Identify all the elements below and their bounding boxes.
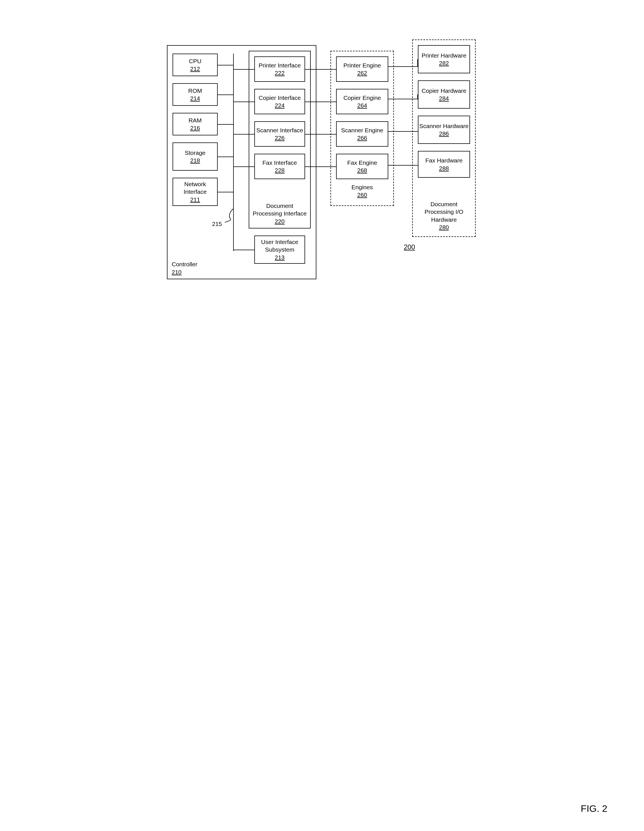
copier-hw-box: Copier Hardware 284	[418, 80, 470, 108]
ram-ref: 216	[190, 124, 200, 132]
figure-label: FIG. 2	[581, 803, 607, 814]
printer-hw-label: Printer Hardware	[421, 52, 466, 59]
dpi-group-label: Document Processing Interface	[249, 202, 310, 218]
controller-ref: 210	[172, 269, 181, 275]
scanner-if-label: Scanner Interface	[256, 126, 303, 134]
scanner-engine-box: Scanner Engine 266	[336, 121, 388, 146]
rom-ref: 214	[190, 94, 200, 102]
conn	[388, 165, 418, 166]
printer-engine-label: Printer Engine	[343, 62, 381, 69]
bus-curve	[225, 209, 242, 223]
conn	[388, 131, 418, 132]
netif-box: Network Interface 211	[173, 178, 218, 206]
conn	[233, 134, 249, 135]
scanner-engine-label: Scanner Engine	[341, 126, 383, 134]
conn	[417, 59, 418, 67]
conn	[218, 94, 233, 95]
printer-if-ref: 222	[275, 69, 285, 77]
fax-engine-label: Fax Engine	[347, 159, 377, 166]
ui-subsystem-ref: 213	[275, 253, 285, 261]
conn	[249, 134, 254, 135]
conn	[249, 69, 254, 70]
printer-engine-ref: 262	[357, 69, 367, 77]
copier-if-ref: 224	[275, 102, 285, 109]
copier-engine-box: Copier Engine 264	[336, 89, 388, 114]
copier-engine-ref: 264	[357, 102, 367, 109]
dpi-group-ref: 220	[275, 218, 285, 225]
conn	[233, 250, 254, 250]
block-diagram: Controller 210 CPU 212 ROM 214 RAM 216 S…	[167, 40, 477, 293]
cpu-box: CPU 212	[173, 54, 218, 76]
scanner-hw-box: Scanner Hardware 286	[418, 116, 470, 144]
netif-label: Network Interface	[173, 180, 217, 196]
copier-if-box: Copier Interface 224	[254, 89, 305, 114]
conn	[249, 166, 254, 167]
ui-subsystem-box: User Interface Subsystem 213	[254, 236, 305, 264]
conn	[305, 166, 336, 167]
scanner-hw-ref: 286	[439, 130, 449, 137]
rom-box: ROM 214	[173, 83, 218, 106]
netif-ref: 211	[190, 196, 200, 204]
ram-label: RAM	[189, 116, 202, 124]
conn	[388, 99, 418, 99]
rom-label: ROM	[188, 87, 202, 94]
conn	[218, 192, 233, 193]
hardware-group-ref: 280	[439, 224, 449, 231]
conn	[218, 65, 233, 65]
cpu-label: CPU	[189, 57, 201, 65]
conn	[233, 166, 249, 167]
conn	[305, 134, 336, 135]
copier-hw-ref: 284	[439, 94, 449, 102]
printer-hw-ref: 282	[439, 59, 449, 67]
scanner-hw-label: Scanner Hardware	[419, 122, 469, 130]
copier-if-label: Copier Interface	[259, 94, 301, 102]
printer-if-label: Printer Interface	[259, 62, 301, 69]
conn	[218, 156, 233, 157]
storage-box: Storage 218	[173, 142, 218, 171]
conn	[417, 94, 418, 99]
conn	[388, 66, 418, 67]
hardware-group-label: Document Processing I/O Hardware	[412, 200, 475, 223]
fax-engine-box: Fax Engine 268	[336, 154, 388, 179]
printer-hw-box: Printer Hardware 282	[418, 45, 470, 73]
printer-if-box: Printer Interface 222	[254, 56, 305, 82]
cpu-ref: 212	[190, 65, 200, 73]
conn	[233, 69, 249, 70]
copier-hw-label: Copier Hardware	[421, 87, 466, 94]
engines-group-label-wrap: Engines 260	[331, 183, 394, 199]
scanner-engine-ref: 266	[357, 134, 367, 142]
hardware-group-label-wrap: Document Processing I/O Hardware 280	[412, 200, 475, 231]
scanner-if-box: Scanner Interface 226	[254, 121, 305, 146]
fax-engine-ref: 268	[357, 166, 367, 174]
fax-if-box: Fax Interface 228	[254, 154, 305, 179]
storage-label: Storage	[185, 149, 205, 156]
conn	[218, 124, 233, 125]
ui-subsystem-label: User Interface Subsystem	[255, 238, 305, 253]
copier-engine-label: Copier Engine	[343, 94, 381, 102]
printer-engine-box: Printer Engine 262	[336, 56, 388, 82]
scanner-if-ref: 226	[275, 134, 285, 142]
fax-hw-ref: 288	[439, 164, 449, 172]
conn	[305, 69, 336, 70]
fax-hw-label: Fax Hardware	[426, 156, 463, 164]
system-ref: 200	[404, 243, 415, 252]
conn	[249, 102, 254, 102]
storage-ref: 218	[190, 156, 200, 164]
controller-label: Controller	[172, 261, 197, 267]
fax-hw-box: Fax Hardware 288	[418, 151, 470, 178]
conn	[233, 102, 249, 102]
fax-if-label: Fax Interface	[262, 159, 297, 166]
engines-group-label: Engines	[351, 184, 373, 190]
engines-group-ref: 260	[357, 191, 367, 198]
ram-box: RAM 216	[173, 113, 218, 135]
conn	[305, 102, 336, 102]
fax-if-ref: 228	[275, 166, 285, 174]
bus-ref: 215	[212, 220, 222, 228]
